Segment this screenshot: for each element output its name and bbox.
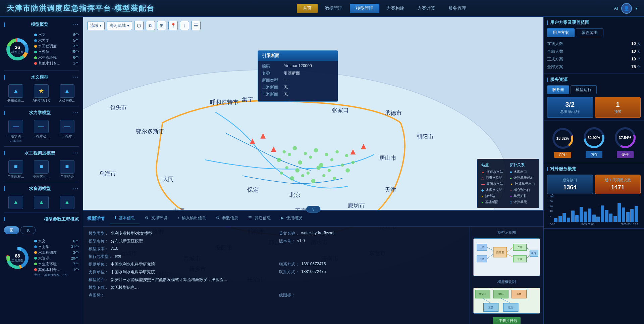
hydro-model-item-0[interactable]: ▲ 分布式新…: [4, 84, 28, 103]
panel-toggle-btn[interactable]: ∨: [306, 206, 321, 213]
hydro-model-label-2: 大伏房模…: [59, 99, 75, 103]
legend-item-res: 水资源 15个: [34, 49, 79, 54]
toggle-table-btn[interactable]: 表: [20, 226, 36, 234]
popup-row-0: 编码 YinLuan120000: [262, 63, 334, 69]
popup-key-1: 名称: [262, 71, 284, 76]
svg-point-30: [333, 177, 336, 180]
param-donut-center: 68 工程总数: [11, 253, 23, 263]
bar: [635, 206, 638, 222]
nav-data-mgmt[interactable]: 数据管理: [319, 4, 348, 13]
nav-scheme-calc[interactable]: 方案计算: [412, 4, 441, 13]
legend-topo-icon-2: ▲: [510, 182, 513, 186]
panel-tab-icon-support: ⚙: [145, 216, 149, 220]
gauge-label-cpu: CPU: [554, 152, 571, 158]
bar-col: [575, 202, 579, 222]
divider4: [4, 182, 79, 182]
svg-text:承德市: 承德市: [385, 109, 402, 116]
panel-tab-other[interactable]: ☰ 其它信息: [244, 213, 275, 224]
section-model-overview: 模型概览 ···: [0, 19, 83, 30]
header: 天津市防洪调度应急指挥平台-模型装配台 首页 数据管理 模型管理 方案构建 方案…: [0, 0, 644, 17]
section-param-eng: 模型参数工程概览: [0, 214, 83, 224]
legend-station-2: ▬ 堰闸水文站: [481, 182, 503, 186]
info-row-support: 支撑单位： 中国水利水电科学研究院: [89, 269, 274, 275]
panel-tab-usage[interactable]: ▶ 使用概况: [276, 213, 307, 224]
info-val-brief: 新安江三水源模型按照三层蒸散发模式计算流域蒸散发，按蓄流…: [111, 277, 227, 283]
user-avatar[interactable]: 👤: [621, 3, 632, 14]
info-key-version-num: 版本号：: [279, 238, 295, 244]
water-eng-label-2: 单库指令: [60, 175, 74, 179]
legend-station-col: 站点 ▲ 河道水文站 △ 河道水位站 ▬ 堰闸水文站 ◆: [481, 163, 503, 204]
water-eng-item-1[interactable]: ■ 单库优化…: [30, 160, 53, 179]
hydraulic-model-dots[interactable]: ···: [72, 110, 79, 116]
bar-col: [622, 202, 626, 222]
svg-text:朝阳市: 朝阳市: [417, 133, 434, 140]
hydro-model-item-1[interactable]: ★ AP模型v1.0: [30, 84, 53, 103]
service-tab-server[interactable]: 服务器: [547, 85, 569, 94]
panel-tab-basic[interactable]: ℹ 基本信息: [110, 213, 140, 224]
water-res-icon-0: ▲: [8, 196, 23, 209]
panel-tab-param[interactable]: ⚙ 参数信息: [211, 213, 243, 224]
popup-row-2: 断面类型 ---: [262, 78, 334, 83]
water-res-dots[interactable]: ···: [72, 186, 79, 192]
panel-tab-support[interactable]: ⚙ 支撑环境: [140, 213, 172, 224]
domain-select[interactable]: 流域 ▾: [87, 21, 105, 30]
river-select[interactable]: 海河流域 ▾: [107, 21, 132, 30]
info-val-version-num: v1.0: [297, 238, 305, 243]
water-eng-dots[interactable]: ···: [72, 150, 79, 156]
svg-text:汇流: 汇流: [518, 258, 522, 260]
map-polygon-btn[interactable]: ⬡: [134, 21, 144, 30]
nav-model-mgmt[interactable]: 模型管理: [350, 4, 379, 13]
info-key-contact2: 联系方式：: [279, 269, 299, 275]
tab-coverage-range[interactable]: 覆盖范围: [576, 28, 603, 37]
hydraulic-model-icon-0: ━━━: [8, 120, 23, 133]
hydraulic-model-item-0[interactable]: ━━━ 一维水动… 石碣山市: [4, 120, 28, 143]
water-res-item-1[interactable]: ▲: [30, 196, 53, 209]
nav-scheme-build[interactable]: 方案构建: [381, 4, 410, 13]
popup-val-4: 无: [284, 92, 288, 97]
map-list-btn[interactable]: ☰: [191, 21, 201, 30]
map-layer-btn[interactable]: ⧉: [146, 21, 155, 30]
popup-row-1: 名称 引滦断面: [262, 71, 334, 76]
section-dots[interactable]: ···: [72, 21, 79, 28]
hydraulic-model-item-1[interactable]: ━━━ 二维水动…: [30, 120, 53, 143]
water-res-item-0[interactable]: ▲: [4, 196, 28, 209]
hydro-model-grid: ▲ 分布式新… ★ AP模型v1.0 ▲ 大伏房模…: [0, 82, 83, 105]
legend-station-4: ● 搞情站: [481, 194, 503, 198]
map-stack-btn[interactable]: ⊞: [157, 21, 166, 30]
water-res-item-2[interactable]: ▲: [55, 196, 79, 209]
svg-point-29: [322, 174, 325, 177]
dropdown-icon[interactable]: ▾: [635, 6, 637, 11]
svg-text:出口: 出口: [531, 252, 536, 254]
hydraulic-model-item-2[interactable]: ━━━ 一二维水…: [55, 120, 79, 143]
svg-point-26: [290, 176, 294, 181]
svg-point-19: [330, 158, 333, 161]
info-val-support: 中国水利水电科学研究院: [111, 269, 155, 275]
download-exec-btn[interactable]: ↓ 下载执行包: [493, 317, 521, 324]
water-eng-item-0[interactable]: ■ 单库规程…: [4, 160, 28, 179]
legend-topo-1: ● 计算单元感心: [510, 176, 535, 180]
legend-station-icon-2: ▬: [481, 182, 485, 186]
service-tab-model-run[interactable]: 模型运行: [571, 85, 597, 94]
domain-dropdown-icon: ▾: [100, 23, 102, 28]
map-upload-btn[interactable]: ↑: [180, 21, 189, 30]
ext-card-calls-num: 1471: [598, 184, 638, 191]
toggle-chart-btn[interactable]: 图: [4, 226, 19, 234]
map-location-btn[interactable]: 📍: [168, 21, 178, 30]
nav-home[interactable]: 首页: [297, 4, 318, 13]
water-eng-item-2[interactable]: ■ 单库指令: [55, 160, 79, 179]
bar-chart-bars: [554, 202, 638, 222]
legend-item-other: 其他水利专… 1个: [34, 61, 79, 66]
param-legend-4: 水生态环境 7个: [34, 262, 79, 267]
hydro-model-dots[interactable]: ···: [72, 74, 79, 80]
chart-x-labels: 5-03 3-05 20:00 2025-03-15:00: [550, 223, 638, 226]
tab-user-solution[interactable]: 用户方案: [547, 28, 575, 37]
bar-col: [588, 202, 592, 222]
ext-service-title: 对外服务概览: [547, 166, 641, 172]
nav-service-mgmt[interactable]: 服务管理: [442, 4, 472, 13]
model-diagram-svg: 新安江 模块1 蒸散 三层 汇流: [474, 288, 540, 314]
panel-tab-io[interactable]: ↕ 输入输出信息: [173, 213, 211, 224]
hydro-model-item-2[interactable]: ▲ 大伏房模…: [55, 84, 79, 103]
legend-dot-hydro: [34, 34, 37, 36]
svg-point-24: [328, 169, 331, 172]
header-right: AI 👤 ▾: [614, 3, 637, 14]
